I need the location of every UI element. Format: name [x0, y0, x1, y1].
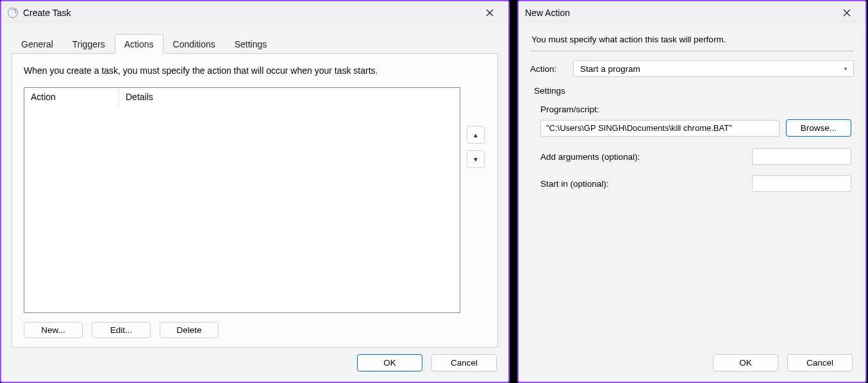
dialog-buttons: OK Cancel	[12, 348, 498, 373]
action-buttons: New... Edit... Delete	[24, 322, 486, 338]
clock-icon	[8, 8, 18, 18]
ok-button[interactable]: OK	[357, 354, 422, 371]
program-row: Browse...	[540, 119, 851, 137]
delete-button[interactable]: Delete	[160, 322, 219, 338]
close-icon	[843, 9, 851, 17]
cancel-button[interactable]: Cancel	[787, 354, 853, 371]
new-button[interactable]: New...	[24, 322, 83, 338]
close-button[interactable]	[476, 3, 503, 22]
action-label: Action:	[530, 64, 565, 74]
close-button[interactable]	[833, 3, 860, 22]
col-action[interactable]: Action	[24, 88, 119, 106]
col-details[interactable]: Details	[119, 88, 460, 106]
actions-table[interactable]: Action Details	[24, 87, 460, 313]
settings-group: Program/script: Browse... Add arguments …	[530, 105, 854, 202]
action-field: Action: Start a program ▼	[530, 60, 854, 77]
table-body[interactable]	[24, 106, 460, 312]
browse-button[interactable]: Browse...	[786, 119, 851, 137]
description-text: When you create a task, you must specify…	[24, 65, 486, 76]
create-task-window: Create Task General Triggers Actions Con…	[0, 0, 510, 383]
new-action-window: New Action You must specify what action …	[517, 0, 867, 383]
chevron-down-icon: ▼	[843, 66, 848, 72]
titlebar: New Action	[519, 1, 865, 24]
close-icon	[486, 9, 494, 17]
arguments-row: Add arguments (optional):	[540, 148, 851, 165]
grid-row: Action Details ▲ ▼	[24, 87, 486, 313]
startin-label: Start in (optional):	[540, 179, 609, 189]
titlebar-left: New Action	[525, 8, 570, 18]
tab-triggers[interactable]: Triggers	[63, 34, 115, 54]
window-title: New Action	[525, 8, 570, 18]
tab-conditions[interactable]: Conditions	[163, 34, 225, 54]
instruction-text: You must specify what action this task w…	[530, 32, 854, 51]
tab-actions[interactable]: Actions	[115, 34, 163, 54]
chevron-up-icon: ▲	[472, 132, 479, 139]
titlebar-left: Create Task	[8, 8, 71, 18]
content: You must specify what action this task w…	[519, 24, 865, 382]
chevron-down-icon: ▼	[472, 156, 479, 163]
tab-general[interactable]: General	[12, 34, 63, 54]
program-label: Program/script:	[540, 105, 851, 114]
tab-pane-actions: When you create a task, you must specify…	[12, 54, 498, 348]
program-input[interactable]	[540, 120, 780, 137]
tabs: General Triggers Actions Conditions Sett…	[12, 33, 498, 54]
reorder-arrows: ▲ ▼	[467, 87, 486, 313]
ok-button[interactable]: OK	[713, 354, 778, 371]
startin-row: Start in (optional):	[540, 175, 851, 192]
cancel-button[interactable]: Cancel	[431, 354, 497, 371]
arguments-label: Add arguments (optional):	[540, 152, 640, 162]
dialog-buttons: OK Cancel	[530, 348, 854, 373]
settings-group-label: Settings	[534, 86, 854, 96]
startin-input[interactable]	[752, 175, 851, 192]
titlebar: Create Task	[1, 1, 508, 24]
window-title: Create Task	[23, 8, 71, 18]
move-up-button[interactable]: ▲	[467, 126, 485, 144]
table-header: Action Details	[24, 88, 460, 106]
tab-settings[interactable]: Settings	[225, 34, 277, 54]
arguments-input[interactable]	[752, 148, 851, 165]
edit-button[interactable]: Edit...	[92, 322, 151, 338]
move-down-button[interactable]: ▼	[467, 150, 485, 168]
content: General Triggers Actions Conditions Sett…	[1, 24, 508, 382]
action-select-value: Start a program	[580, 64, 640, 74]
action-select[interactable]: Start a program ▼	[573, 60, 854, 77]
